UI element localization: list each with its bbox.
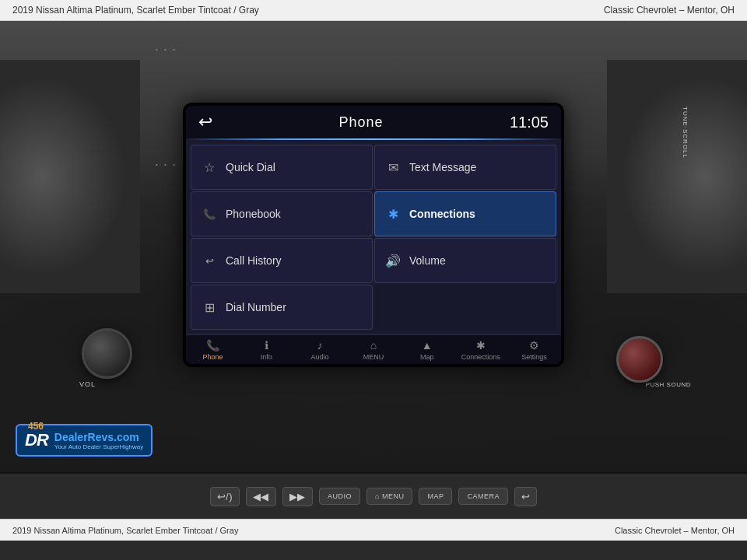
text-message-icon: ✉ xyxy=(384,160,402,175)
back-media-button[interactable]: ↩/) xyxy=(210,487,240,506)
watermark-numbers: 456 xyxy=(28,421,44,432)
menu-item-call-history[interactable]: ↪ Call History xyxy=(191,238,373,283)
quick-dial-icon: ☆ xyxy=(201,160,218,175)
push-sound-label: PUSH SOUND xyxy=(646,381,691,388)
caption-right: Classic Chevrolet – Mentor, OH xyxy=(615,526,735,535)
screen-nav-bar: 📞 Phone ℹ Info ♪ Audio ⌂ MENU ▲ M xyxy=(186,334,561,364)
menu-item-text-message[interactable]: ✉ Text Message xyxy=(374,145,556,190)
nav-audio-label: Audio xyxy=(311,353,329,361)
nav-phone-label: Phone xyxy=(202,353,223,361)
audio-physical-button[interactable]: AUDIO xyxy=(319,488,360,505)
watermark-box: 456 DR DealerRevs.com Your Auto Dealer S… xyxy=(16,424,153,457)
vol-label: VOL xyxy=(79,380,96,388)
watermark: 456 DR DealerRevs.com Your Auto Dealer S… xyxy=(16,424,153,457)
menu-item-quick-dial[interactable]: ☆ Quick Dial xyxy=(191,145,373,190)
watermark-site: DealerRevs.com xyxy=(54,431,143,443)
connections-icon: ✱ xyxy=(384,207,402,222)
call-history-icon: ↪ xyxy=(201,255,218,267)
watermark-tagline: Your Auto Dealer SuperHighway xyxy=(54,443,143,450)
nav-menu-icon: ⌂ xyxy=(370,339,377,352)
infotainment-screen: ↩ Phone 11:05 ☆ Quick Dial ✉ Text Messag… xyxy=(186,106,561,364)
nav-item-info[interactable]: ℹ Info xyxy=(247,339,286,361)
nav-connections-icon: ✱ xyxy=(476,339,486,352)
left-side-panel xyxy=(0,60,140,293)
menu-item-connections[interactable]: ✱ Connections xyxy=(374,191,556,236)
top-bar-right: Classic Chevrolet – Mentor, OH xyxy=(604,5,735,16)
dial-number-label: Dial Number xyxy=(226,301,286,313)
nav-phone-icon: 📞 xyxy=(206,339,219,352)
nav-item-settings[interactable]: ⚙ Settings xyxy=(515,339,554,361)
screen-clock: 11:05 xyxy=(510,114,549,131)
nav-menu-label: MENU xyxy=(363,353,384,361)
back-physical-button[interactable]: ↩ xyxy=(514,487,538,506)
map-physical-button[interactable]: MAP xyxy=(419,488,452,505)
phonebook-icon: 📞 xyxy=(201,208,218,220)
top-bar-left: 2019 Nissan Altima Platinum, Scarlet Emb… xyxy=(12,5,259,16)
menu-item-dial-number[interactable]: ⊞ Dial Number xyxy=(191,285,373,330)
nav-item-phone[interactable]: 📞 Phone xyxy=(193,339,232,361)
nav-info-icon: ℹ xyxy=(265,339,268,352)
prev-track-button[interactable]: ◀◀ xyxy=(246,487,276,506)
text-message-label: Text Message xyxy=(409,161,476,173)
infotainment-screen-container: ↩ Phone 11:05 ☆ Quick Dial ✉ Text Messag… xyxy=(183,103,564,367)
call-history-label: Call History xyxy=(226,254,282,267)
caption-left: 2019 Nissan Altima Platinum, Scarlet Emb… xyxy=(12,526,238,535)
nav-item-audio[interactable]: ♪ Audio xyxy=(300,339,339,361)
quick-dial-label: Quick Dial xyxy=(226,161,275,173)
photo-area: • • • • • • VOL TUNE·SCROLL PUSH SOUND ↩… xyxy=(0,21,747,472)
dial-number-icon: ⊞ xyxy=(201,300,218,315)
tune-knob[interactable] xyxy=(616,336,663,383)
nav-item-connections[interactable]: ✱ Connections xyxy=(461,339,500,361)
nav-connections-label: Connections xyxy=(461,353,500,361)
menu-physical-button[interactable]: ⌂ MENU xyxy=(366,488,412,505)
next-track-button[interactable]: ▶▶ xyxy=(282,487,313,506)
top-bar: 2019 Nissan Altima Platinum, Scarlet Emb… xyxy=(0,0,747,21)
dots-indicator-mid: • • • xyxy=(156,161,177,168)
nav-item-menu[interactable]: ⌂ MENU xyxy=(354,339,393,361)
volume-label: Volume xyxy=(409,254,446,267)
nav-info-label: Info xyxy=(261,353,272,361)
nav-map-label: Map xyxy=(420,353,434,361)
nav-settings-icon: ⚙ xyxy=(529,339,539,352)
nav-audio-icon: ♪ xyxy=(317,339,323,352)
caption-bar: 2019 Nissan Altima Platinum, Scarlet Emb… xyxy=(0,519,747,541)
nav-settings-label: Settings xyxy=(521,353,547,361)
volume-knob[interactable] xyxy=(82,328,132,379)
watermark-text-block: DealerRevs.com Your Auto Dealer SuperHig… xyxy=(54,431,143,450)
screen-back-button[interactable]: ↩ xyxy=(198,112,212,132)
phonebook-label: Phonebook xyxy=(226,208,281,220)
connections-label: Connections xyxy=(409,208,475,220)
nav-map-icon: ▲ xyxy=(422,339,433,352)
tune-scroll-label: TUNE·SCROLL xyxy=(682,107,689,159)
menu-item-volume[interactable]: 🔊 Volume xyxy=(374,238,556,283)
watermark-logo: DR xyxy=(25,430,48,450)
screen-title: Phone xyxy=(338,114,383,131)
phone-menu-grid: ☆ Quick Dial ✉ Text Message 📞 Phonebook … xyxy=(186,140,561,334)
dots-indicator-top: • • • xyxy=(156,46,177,53)
menu-item-phonebook[interactable]: 📞 Phonebook xyxy=(191,191,373,236)
volume-icon: 🔊 xyxy=(384,254,402,268)
empty-cell xyxy=(374,285,556,330)
screen-header: ↩ Phone 11:05 xyxy=(186,106,561,138)
physical-buttons-bar: ↩/) ◀◀ ▶▶ AUDIO ⌂ MENU MAP CAMERA ↩ xyxy=(0,472,747,519)
nav-item-map[interactable]: ▲ Map xyxy=(408,339,447,361)
camera-physical-button[interactable]: CAMERA xyxy=(458,488,508,505)
right-side-panel xyxy=(607,60,747,293)
